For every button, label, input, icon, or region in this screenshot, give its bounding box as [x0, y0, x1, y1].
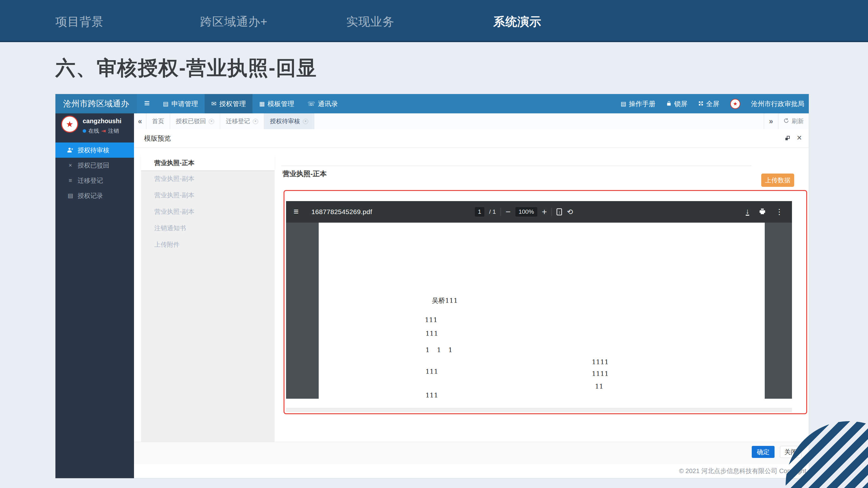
chat-icon: ☏ — [308, 100, 315, 107]
section-divider — [281, 166, 751, 166]
template-item[interactable]: 营业执照-副本 — [141, 187, 275, 203]
lock-screen-button[interactable]: 锁屏 — [666, 99, 687, 108]
pdf-horizontal-scrollbar[interactable] — [286, 408, 792, 412]
tab-close-icon[interactable]: × — [253, 119, 258, 124]
zoom-out-icon[interactable]: − — [505, 209, 511, 215]
slide-title: 六、审核授权-营业执照-回显 — [56, 55, 317, 82]
slide-nav-item-background[interactable]: 项目背景 — [56, 14, 103, 30]
sidebar-item-label: 授权记录 — [78, 192, 103, 200]
online-dot-icon — [83, 129, 86, 133]
slide-nav-item-crossregion[interactable]: 跨区域通办+ — [200, 14, 268, 30]
star-icon: ★ — [66, 119, 73, 129]
rotate-icon[interactable]: ⟲ — [567, 208, 573, 216]
tab-label: 首页 — [152, 117, 164, 125]
template-item[interactable]: 注销通知书 — [141, 220, 275, 236]
menu-item-label: 授权管理 — [219, 99, 246, 108]
download-icon[interactable]: ↓ — [746, 208, 749, 216]
hamburger-icon[interactable]: ≡ — [140, 94, 154, 113]
slide-top-nav: 项目背景 跨区域通办+ 实现业务 系统演示 — [0, 0, 868, 42]
tab-label: 授权已驳回 — [176, 117, 206, 125]
header-right-group: ▤ 操作手册 锁屏 全屏 ★ 沧州市行政审批局 — [621, 94, 804, 113]
pdf-page-count: / 1 — [489, 208, 496, 215]
app-brand: 沧州市跨区域通办 — [56, 94, 137, 113]
manual-icon: ▤ — [621, 100, 626, 107]
menu-item-contacts[interactable]: ☏ 通讯录 — [301, 94, 345, 113]
manual-label: 操作手册 — [629, 99, 655, 108]
tab-close-icon[interactable]: × — [303, 119, 308, 124]
tab-pending-review-active[interactable]: 授权待审核 × — [264, 113, 314, 129]
app-window: 沧州市跨区域通办 ≡ ▤ 申请管理 ✉ 授权管理 ▦ 模板管理 ☏ 通讯录 — [56, 94, 809, 478]
zoom-in-icon[interactable]: + — [542, 209, 547, 215]
pdf-page-input[interactable]: 1 — [475, 207, 485, 217]
more-options-icon[interactable]: ⋮ — [775, 207, 783, 216]
pdf-zoom-level[interactable]: 100% — [516, 207, 537, 217]
tabs-expand-icon[interactable]: » — [764, 113, 778, 129]
toolbar-divider — [500, 208, 501, 216]
panel-header: 模版预览 × — [134, 129, 809, 148]
tab-label: 授权待审核 — [270, 117, 300, 125]
fullscreen-icon — [698, 100, 704, 108]
card-icon: ▦ — [259, 100, 265, 107]
org-name: 沧州市行政审批局 — [751, 99, 804, 108]
sidebar-item-pending-review[interactable]: 授权待审核 — [56, 142, 134, 158]
refresh-button[interactable]: 刷新 — [778, 113, 809, 129]
page-tab-bar: « 首页 授权已驳回 × 迁移登记 × 授权待审核 × » — [134, 113, 809, 130]
template-item[interactable]: 营业执照-副本 — [141, 170, 275, 187]
pdf-text-line: 1 1 1 — [426, 346, 453, 354]
pdf-viewer-body[interactable]: 吴桥111 111 111 1 1 1 1111 111 1111 11 111 — [286, 223, 792, 399]
pdf-text-line: 111 — [426, 330, 438, 337]
pdf-menu-icon[interactable]: ≡ — [294, 201, 299, 222]
slide-nav-item-business[interactable]: 实现业务 — [346, 14, 394, 30]
sidebar-item-records[interactable]: ▤ 授权记录 — [56, 188, 134, 203]
template-item-active[interactable]: 营业执照-正本 — [141, 155, 275, 170]
pdf-highlight-box: ≡ 1687782545269.pdf 1 / 1 − 100% + ↕ ⟲ — [283, 190, 807, 414]
sidebar-item-migration[interactable]: ≡ 迁移登记 — [56, 173, 134, 188]
upload-data-button[interactable]: 上传数据 — [761, 173, 794, 187]
fullscreen-label: 全屏 — [706, 99, 719, 108]
tab-rejected[interactable]: 授权已驳回 × — [170, 113, 220, 129]
user-status-row: 在线 ⇥ 注销 — [83, 127, 119, 135]
pdf-text-line: 1111 — [592, 358, 609, 366]
template-item[interactable]: 营业执照-副本 — [141, 203, 275, 220]
sidebar-item-rejected[interactable]: × 授权已驳回 — [56, 158, 134, 173]
window-restore-icon[interactable] — [785, 135, 790, 142]
manual-button[interactable]: ▤ 操作手册 — [621, 99, 655, 108]
copyright-footer: © 2021 河北点步信息科技有限公司 Copyright — [134, 464, 809, 478]
slide-nav-item-demo-active[interactable]: 系统演示 — [493, 14, 541, 30]
tabs-collapse-icon[interactable]: « — [134, 113, 146, 129]
user-avatar[interactable]: ★ — [61, 116, 78, 133]
tab-home[interactable]: 首页 — [146, 113, 170, 129]
menu-item-authorization-active[interactable]: ✉ 授权管理 — [205, 94, 252, 113]
pdf-text-line: 111 — [426, 391, 438, 399]
app-main-menu: ▤ 申请管理 ✉ 授权管理 ▦ 模板管理 ☏ 通讯录 — [156, 94, 345, 113]
online-label: 在线 — [88, 127, 99, 135]
app-header: 沧州市跨区域通办 ≡ ▤ 申请管理 ✉ 授权管理 ▦ 模板管理 ☏ 通讯录 — [56, 94, 809, 113]
records-icon: ▤ — [66, 192, 74, 199]
menu-item-label: 申请管理 — [172, 99, 198, 108]
person-add-icon — [66, 147, 74, 153]
sidebar-item-label: 授权待审核 — [78, 146, 109, 155]
fullscreen-button[interactable]: 全屏 — [698, 99, 719, 108]
close-icon[interactable]: × — [797, 129, 802, 147]
menu-item-label: 通讯录 — [318, 99, 338, 108]
pdf-toolbar: ≡ 1687782545269.pdf 1 / 1 − 100% + ↕ ⟲ — [286, 201, 792, 223]
logout-icon: ⇥ — [101, 128, 106, 134]
print-icon[interactable] — [759, 208, 766, 216]
envelope-icon: ✉ — [211, 100, 216, 107]
pdf-toolbar-right: ↓ ⋮ — [746, 201, 783, 223]
pdf-text-line: 1111 — [592, 370, 609, 378]
logout-link[interactable]: 注销 — [108, 127, 119, 135]
tab-migration[interactable]: 迁移登记 × — [220, 113, 264, 129]
refresh-icon — [783, 118, 789, 125]
template-item[interactable]: 上传附件 — [141, 236, 275, 253]
fit-page-icon[interactable]: ↕ — [557, 208, 562, 215]
sidebar-menu: 授权待审核 × 授权已驳回 ≡ 迁移登记 ▤ 授权记录 — [56, 142, 134, 203]
template-list: 营业执照-正本 营业执照-副本 营业执照-副本 营业执照-副本 注销通知书 上传… — [141, 155, 275, 442]
sidebar: ★ cangzhoushi 在线 ⇥ 注销 授权待审核 × 授权已驳回 ≡ — [56, 113, 134, 478]
tab-close-icon[interactable]: × — [209, 119, 214, 124]
pdf-filename: 1687782545269.pdf — [311, 201, 372, 223]
menu-item-apply[interactable]: ▤ 申请管理 — [156, 94, 205, 113]
org-seal-avatar[interactable]: ★ — [730, 99, 740, 109]
menu-item-template[interactable]: ▦ 模板管理 — [252, 94, 301, 113]
confirm-button[interactable]: 确定 — [752, 446, 775, 458]
